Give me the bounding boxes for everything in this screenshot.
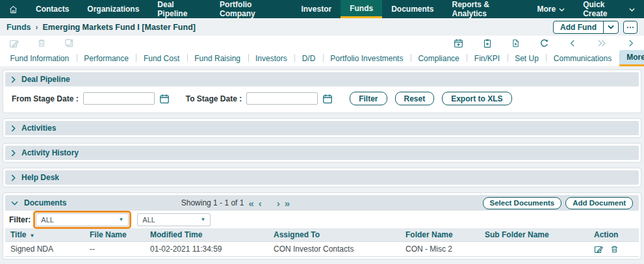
calendar-icon[interactable] bbox=[159, 94, 170, 104]
column-header-modified-time[interactable]: Modified Time bbox=[145, 228, 268, 242]
documents-filter-row: Filter: ALL ▼ ALL ▼ bbox=[5, 211, 639, 228]
tab-performance[interactable]: Performance bbox=[77, 50, 136, 66]
refresh-icon[interactable] bbox=[539, 38, 549, 48]
tab-dd[interactable]: D/D bbox=[294, 50, 323, 66]
tab-communications[interactable]: Communications bbox=[546, 50, 619, 66]
from-stage-date-label: From Stage Date : bbox=[12, 94, 79, 103]
add-fund-button[interactable]: Add Fund bbox=[554, 21, 603, 33]
document-file-name: -- bbox=[84, 242, 145, 257]
document-subtype-filter-dropdown[interactable]: ALL ▼ bbox=[137, 213, 211, 226]
highlight-box: ALL ▼ bbox=[33, 211, 131, 229]
chevron-right-icon[interactable] bbox=[11, 174, 16, 181]
nav-item-contacts[interactable]: Contacts bbox=[27, 0, 78, 18]
nav-item-more-label: More bbox=[537, 5, 556, 14]
to-stage-date-input[interactable] bbox=[246, 92, 318, 105]
tab-set-up[interactable]: Set Up bbox=[508, 50, 547, 66]
document-type-filter-value: ALL bbox=[41, 216, 54, 224]
tab-portfolio-investments[interactable]: Portfolio Investments bbox=[323, 50, 411, 66]
nav-item-deal-pipeline[interactable]: Deal Pipeline bbox=[148, 0, 211, 18]
nav-item-documents[interactable]: Documents bbox=[382, 0, 443, 18]
nav-item-more[interactable]: More bbox=[528, 0, 574, 18]
chevron-right-icon[interactable] bbox=[11, 150, 16, 157]
document-assigned-to: CON Investor Contacts bbox=[268, 242, 400, 257]
next-record-icon[interactable] bbox=[626, 39, 635, 47]
column-header-folder-name[interactable]: Folder Name bbox=[400, 228, 480, 242]
tab-fin-kpi[interactable]: Fin/KPI bbox=[467, 50, 507, 66]
nav-item-portfolio-company[interactable]: Portfolio Company bbox=[211, 0, 292, 18]
nav-item-investor[interactable]: Investor bbox=[292, 0, 341, 18]
sort-desc-icon[interactable]: ▼ bbox=[29, 233, 34, 239]
nav-item-organizations[interactable]: Organizations bbox=[78, 0, 148, 18]
prev-page-icon[interactable]: ‹ bbox=[259, 198, 262, 208]
delete-icon[interactable] bbox=[37, 38, 46, 47]
edit-document-icon[interactable] bbox=[594, 244, 603, 254]
last-page-icon[interactable]: » bbox=[285, 198, 290, 208]
first-page-icon[interactable]: « bbox=[248, 198, 253, 208]
home-icon[interactable] bbox=[0, 0, 27, 18]
add-fund-dropdown-button[interactable] bbox=[603, 21, 618, 33]
document-title-link[interactable]: Signed NDA bbox=[5, 242, 84, 257]
column-header-assigned-to[interactable]: Assigned To bbox=[268, 228, 400, 242]
reset-button[interactable]: Reset bbox=[395, 92, 435, 105]
next-page-icon[interactable]: › bbox=[277, 198, 280, 208]
select-documents-button[interactable]: Select Documents bbox=[483, 197, 562, 209]
activities-section: Activities bbox=[3, 119, 641, 137]
column-header-file-name[interactable]: File Name bbox=[84, 228, 145, 242]
column-header-title[interactable]: Title▼ bbox=[5, 228, 84, 242]
section-title: Help Desk bbox=[21, 173, 59, 182]
record-tab-bar: Fund Information Performance Fund Cost F… bbox=[0, 50, 644, 66]
deal-pipeline-section: Deal Pipeline From Stage Date : To Stage… bbox=[3, 70, 641, 112]
chevron-down-icon[interactable] bbox=[11, 201, 18, 205]
page-title: Emerging Markets Fund I [Master Fund] bbox=[43, 23, 196, 32]
chevron-right-icon[interactable] bbox=[11, 76, 16, 83]
calendar-icon[interactable] bbox=[322, 94, 333, 104]
help-desk-header[interactable]: Help Desk bbox=[5, 170, 639, 185]
tab-fund-cost[interactable]: Fund Cost bbox=[136, 50, 187, 66]
tab-fund-raising[interactable]: Fund Raising bbox=[187, 50, 248, 66]
tab-investors[interactable]: Investors bbox=[248, 50, 295, 66]
tab-more-information[interactable]: More Information bbox=[619, 50, 644, 66]
tab-compliance[interactable]: Compliance bbox=[411, 50, 467, 66]
breadcrumb-funds-link[interactable]: Funds bbox=[6, 23, 31, 32]
add-document-button[interactable]: Add Document bbox=[565, 197, 633, 209]
chevron-right-icon[interactable] bbox=[11, 125, 16, 132]
copy-record-icon[interactable] bbox=[64, 38, 74, 48]
section-title: Deal Pipeline bbox=[21, 75, 70, 84]
section-title: Activity History bbox=[21, 148, 79, 157]
documents-table: Title▼ File Name Modified Time Assigned … bbox=[5, 228, 639, 257]
deal-pipeline-header[interactable]: Deal Pipeline bbox=[5, 72, 639, 86]
tab-fund-information[interactable]: Fund Information bbox=[3, 50, 77, 66]
documents-header: Documents Showing 1 - 1 of 1 « ‹ › » Sel… bbox=[5, 195, 639, 211]
edit-icon[interactable] bbox=[9, 38, 19, 48]
column-header-action: Action bbox=[589, 228, 639, 242]
nav-item-quick-create[interactable]: Quick Create bbox=[574, 0, 644, 18]
breadcrumb-row: Funds › Emerging Markets Fund I [Master … bbox=[0, 18, 644, 36]
chevron-down-icon bbox=[629, 8, 635, 12]
nav-item-quick-create-label: Quick Create bbox=[583, 0, 626, 18]
delete-document-icon[interactable] bbox=[610, 244, 619, 254]
pagination-status: Showing 1 - 1 of 1 bbox=[181, 198, 244, 207]
document-subtype-filter-value: ALL bbox=[142, 216, 155, 224]
last-record-icon[interactable] bbox=[597, 39, 607, 47]
from-stage-date-input[interactable] bbox=[83, 92, 155, 105]
more-options-button[interactable]: ⋯ bbox=[623, 21, 638, 34]
document-type-filter-dropdown[interactable]: ALL ▼ bbox=[36, 213, 129, 226]
nav-item-funds[interactable]: Funds bbox=[341, 0, 382, 18]
help-desk-section: Help Desk bbox=[3, 168, 641, 187]
add-event-icon[interactable] bbox=[454, 38, 463, 48]
document-modified-time: 01-02-2021 11:34:59 bbox=[145, 242, 268, 257]
column-header-sub-folder-name[interactable]: Sub Folder Name bbox=[480, 228, 589, 242]
filter-button[interactable]: Filter bbox=[350, 92, 387, 105]
add-document-icon[interactable] bbox=[511, 38, 520, 48]
add-fund-split-button: Add Fund bbox=[553, 21, 619, 34]
nav-item-reports-analytics[interactable]: Reports & Analytics bbox=[443, 0, 528, 18]
export-xls-button[interactable]: Export to XLS bbox=[442, 92, 511, 105]
section-title: Documents bbox=[24, 198, 66, 207]
prev-record-icon[interactable] bbox=[569, 39, 577, 47]
documents-table-header-row: Title▼ File Name Modified Time Assigned … bbox=[5, 228, 639, 242]
activities-header[interactable]: Activities bbox=[5, 121, 639, 135]
dropdown-arrow-icon: ▼ bbox=[200, 217, 205, 222]
activity-history-header[interactable]: Activity History bbox=[5, 146, 639, 160]
activity-history-section: Activity History bbox=[3, 144, 641, 162]
add-note-icon[interactable] bbox=[483, 38, 492, 48]
